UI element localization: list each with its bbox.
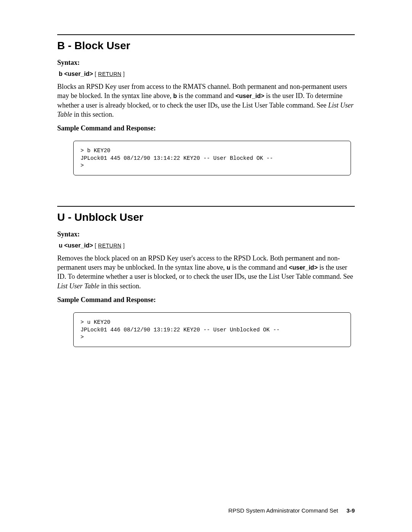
- section-title-block-user: B - Block User: [57, 40, 355, 52]
- syntax-command: b <user_id>: [59, 71, 93, 77]
- section-divider: [57, 34, 355, 35]
- return-label: RETURN: [98, 71, 121, 77]
- userid-inline: <user_id>: [289, 264, 318, 271]
- bracket-open: [: [95, 71, 98, 77]
- cmd-b-inline: b: [173, 93, 177, 99]
- footer-text: RPSD System Administrator Command Set: [229, 507, 338, 514]
- sample-label: Sample Command and Response:: [57, 296, 355, 304]
- syntax-line-block: b <user_id> [ RETURN ]: [59, 71, 355, 77]
- code-sample-unblock: > u KEY20 JPLock01 446 08/12/90 13:19:22…: [73, 312, 351, 347]
- sample-label: Sample Command and Response:: [57, 124, 355, 132]
- desc-text: is the command and: [177, 92, 235, 100]
- desc-text: in this section.: [72, 111, 114, 118]
- block-user-description: Blocks an RPSD Key user from access to t…: [57, 82, 355, 119]
- userid-inline: <user_id>: [235, 93, 264, 99]
- bracket-close: ]: [121, 243, 125, 249]
- desc-text: is the command and: [230, 264, 289, 271]
- syntax-label: Syntax:: [57, 230, 355, 238]
- list-user-table-ref: List User Table: [57, 282, 99, 290]
- bracket-open: [: [95, 243, 98, 249]
- return-key: [ RETURN ]: [95, 243, 125, 249]
- code-sample-block: > b KEY20 JPLock01 445 08/12/90 13:14:22…: [73, 141, 351, 175]
- return-label: RETURN: [98, 243, 121, 249]
- syntax-label: Syntax:: [57, 59, 355, 67]
- cmd-u-inline: u: [227, 264, 230, 271]
- return-key: [ RETURN ]: [95, 71, 125, 77]
- syntax-line-unblock: u <user_id> [ RETURN ]: [59, 242, 355, 249]
- bracket-close: ]: [121, 71, 125, 77]
- desc-text: in this section.: [99, 282, 141, 290]
- syntax-command: u <user_id>: [59, 242, 93, 249]
- section-title-unblock-user: U - Unblock User: [57, 211, 355, 223]
- page-footer: RPSD System Administrator Command Set 3-…: [229, 507, 355, 514]
- unblock-user-description: Removes the block placed on an RPSD Key …: [57, 254, 355, 291]
- page-number: 3-9: [346, 507, 355, 514]
- section-divider: [57, 206, 355, 207]
